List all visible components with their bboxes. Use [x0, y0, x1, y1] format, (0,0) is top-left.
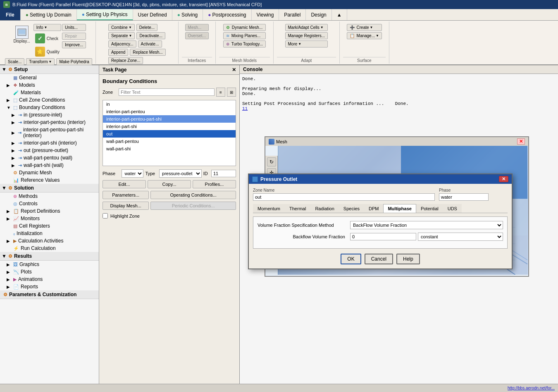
tree-animations[interactable]: ▶ ▶ Animations [0, 276, 99, 283]
zone-list[interactable]: in interior-part-pentou interior-part-pe… [103, 100, 236, 166]
tree-parameters-header[interactable]: ⚙ Parameters & Customization [0, 290, 99, 299]
menu-setting-up-domain[interactable]: ● Setting Up Domain [21, 9, 77, 20]
ribbon-btn-separate[interactable]: Separate▼ [108, 32, 135, 39]
highlight-zone-checkbox[interactable] [103, 213, 108, 219]
ribbon-btn-quality[interactable]: ⭐ Quality [33, 46, 61, 57]
zone-item-in[interactable]: in [103, 100, 236, 108]
pressure-outlet-dialog[interactable]: Pressure Outlet ✕ Zone Name Phase Moment… [248, 173, 513, 269]
tree-methods[interactable]: ⊛ Methods [0, 192, 99, 200]
ribbon-btn-create-surface[interactable]: ➕ Create ▼ [347, 24, 382, 31]
dialog-ok-btn[interactable]: OK [341, 254, 361, 264]
ribbon-btn-replace-mesh[interactable]: Replace Mesh... [130, 49, 165, 56]
tree-models[interactable]: ▶ ❖ Models [0, 81, 99, 89]
dialog-help-btn[interactable]: Help [396, 254, 420, 264]
tree-materials[interactable]: 🧪 Materials [0, 89, 99, 96]
ribbon-btn-activate[interactable]: Activate... [138, 40, 162, 48]
dialog-cancel-btn[interactable]: Cancel [365, 254, 393, 264]
menu-solving[interactable]: ● Solving [172, 9, 203, 20]
dialog-close-btn[interactable]: ✕ [499, 176, 508, 182]
ribbon-btn-adjacency[interactable]: Adjacency... [108, 40, 136, 48]
tree-cell-registers[interactable]: ▤ Cell Registers [0, 222, 99, 230]
ribbon-btn-turbo-topology[interactable]: ⊕ Turbo Topology... [223, 40, 266, 48]
ribbon-btn-make-polyhedra[interactable]: Make Polyhedra [56, 58, 92, 65]
type-select[interactable]: pressure-outlet [159, 169, 202, 178]
dialog-backflow-input[interactable] [350, 233, 416, 240]
dialog-tab-radiation[interactable]: Radiation [310, 204, 339, 213]
zone-item-interior-pentou[interactable]: interior-part-pentou [103, 108, 236, 115]
tree-general[interactable]: ▦ General [0, 74, 99, 81]
tree-bc-wall-pentou[interactable]: ▶ ⇥ wall-part-pentou (wall) [0, 154, 99, 162]
dialog-backflow-method-select[interactable]: constant [418, 233, 503, 241]
ribbon-btn-overset[interactable]: Overset... [185, 32, 209, 39]
parameters-btn[interactable]: Parameters... [103, 191, 149, 199]
mesh-viewport-close-btn[interactable]: ✕ [517, 138, 525, 145]
tree-graphics[interactable]: ▶ 🖼 Graphics [0, 261, 99, 268]
ribbon-btn-append[interactable]: Append [108, 49, 128, 56]
ribbon-btn-transform[interactable]: Transform▼ [26, 58, 55, 65]
ribbon-btn-info[interactable]: Info▼ [33, 24, 61, 31]
operating-conditions-btn[interactable]: Operating Conditions... [150, 191, 236, 199]
dialog-tab-multiphase[interactable]: Multiphase [383, 204, 416, 213]
display-mesh-btn[interactable]: Display Mesh... [103, 202, 149, 210]
menu-setting-up-physics[interactable]: ● Setting Up Physics [77, 9, 133, 20]
periodic-conditions-btn[interactable]: Periodic Conditions... [150, 202, 236, 210]
tree-run-calculation[interactable]: ⚡ Run Calculation [0, 245, 99, 252]
ribbon-btn-repair[interactable]: Repair [62, 33, 86, 40]
zone-item-interior-pentou-shi[interactable]: interior-part-pentou-part-shi [103, 115, 236, 123]
menu-parallel[interactable]: Parallel [279, 9, 306, 20]
tree-report-definitions[interactable]: ▶ 📋 Report Definitions [0, 207, 99, 215]
menu-design[interactable]: Design [306, 9, 331, 20]
tree-reports[interactable]: ▶ 📄 Reports [0, 283, 99, 290]
ribbon-btn-scale[interactable]: Scale... [5, 58, 24, 65]
tree-results-header[interactable]: ▼ ⚙ Results [0, 252, 99, 261]
tree-plots[interactable]: ▶ 📉 Plots [0, 268, 99, 276]
zone-item-interior-shi[interactable]: interior-part-shi [103, 123, 236, 130]
tree-bc-interior-shi[interactable]: ▶ ⇥ interior-part-shi (interior) [0, 139, 99, 147]
tree-bc-interior-pentou-shi[interactable]: ▶ ⇥ interior-part-pentou-part-shi (inter… [0, 126, 99, 139]
ribbon-btn-display[interactable]: Display... [11, 24, 32, 45]
profiles-btn[interactable]: Profiles... [193, 180, 236, 188]
ribbon-btn-mixing-planes[interactable]: ≋ Mixing Planes... [223, 32, 266, 39]
zone-filter-input[interactable] [119, 88, 215, 96]
ribbon-btn-units[interactable]: Units... [62, 24, 86, 31]
zone-filter-btn2[interactable]: ⊞ [227, 88, 236, 97]
dialog-phase-input[interactable] [439, 193, 489, 201]
ribbon-btn-dynamic-mesh[interactable]: ⚙ Dynamic Mesh... [223, 24, 266, 31]
ribbon-btn-combine[interactable]: Combine▼ [108, 24, 135, 31]
menu-user-defined[interactable]: User Defined [133, 9, 172, 20]
console-line-7[interactable]: 11 [242, 106, 556, 111]
dialog-tab-potential[interactable]: Potential [416, 204, 443, 213]
tree-reference-values[interactable]: 📊 Reference Values [0, 176, 99, 184]
ribbon-btn-improve[interactable]: Improve... [62, 41, 86, 48]
menu-viewing[interactable]: Viewing [252, 9, 279, 20]
phase-select[interactable]: water [122, 169, 143, 178]
ribbon-btn-manage-surface[interactable]: 📋 Manage... ▼ [347, 32, 382, 39]
copy-btn[interactable]: Copy... [148, 180, 191, 188]
dialog-tab-dpm[interactable]: DPM [364, 204, 383, 213]
tree-bc-in[interactable]: ▶ ⇥ in (pressure-inlet) [0, 111, 99, 119]
zone-item-wall-shi[interactable]: wall-part-shi [103, 145, 236, 152]
ribbon-btn-mesh-interface[interactable]: Mesh... [185, 24, 209, 31]
tree-setup-header[interactable]: ▼ ⚙ Setup [0, 65, 99, 74]
status-bar[interactable]: http://bbs.aerodn.net/for... [0, 384, 558, 392]
ribbon-btn-manage-registers[interactable]: Manage Registers... [285, 32, 328, 39]
tree-initialization[interactable]: ₀ Initialization [0, 230, 99, 237]
tree-bc-wall-shi[interactable]: ▶ ⇥ wall-part-shi (wall) [0, 162, 99, 169]
dialog-vf-select[interactable]: BackFlow Volume Fraction [350, 221, 503, 229]
console-link-11[interactable]: 11 [242, 106, 248, 111]
mesh-rotate-btn[interactable]: ↻ [267, 157, 276, 166]
tree-controls[interactable]: ◎ Controls [0, 200, 99, 207]
zone-filter-btn1[interactable]: ≡ [216, 88, 225, 97]
tree-monitors[interactable]: ▶ 📈 Monitors [0, 215, 99, 222]
tree-bc-out[interactable]: ▶ ⇥ out (pressure-outlet) [0, 147, 99, 154]
ribbon-btn-mark-adapt-cells[interactable]: Mark/Adapt Cells▼ [285, 24, 328, 31]
status-url[interactable]: http://bbs.aerodn.net/for... [508, 386, 555, 390]
ribbon-btn-check[interactable]: ✓ Check [33, 33, 61, 44]
menu-postprocessing[interactable]: ● Postprocessing [203, 9, 251, 20]
task-panel-close-btn[interactable]: ✕ [232, 67, 236, 73]
ribbon-btn-more[interactable]: More▼ [285, 40, 328, 48]
tree-calculation-activities[interactable]: ▶ ▶ Calculation Activities [0, 237, 99, 245]
dialog-tab-species[interactable]: Species [339, 204, 364, 213]
tree-cell-zone-conditions[interactable]: ▶ ⬚ Cell Zone Conditions [0, 96, 99, 104]
zone-item-out[interactable]: out [103, 130, 236, 138]
